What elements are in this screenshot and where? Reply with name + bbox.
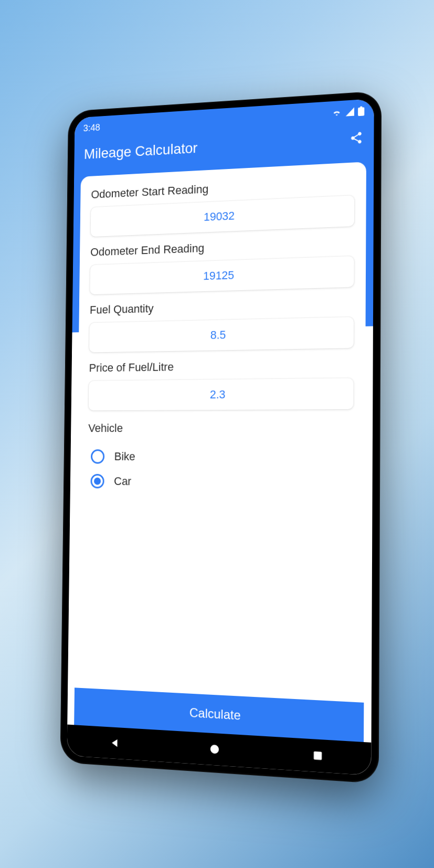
field-odo-start: Odometer Start Reading	[90, 175, 354, 237]
home-icon	[209, 743, 220, 756]
nav-home-button[interactable]	[199, 743, 230, 756]
fuel-qty-input[interactable]	[89, 317, 354, 353]
radio-icon	[90, 474, 104, 489]
svg-rect-3	[314, 751, 322, 760]
odo-start-input[interactable]	[90, 195, 354, 237]
app-title: Mileage Calculator	[83, 140, 197, 162]
odo-end-label: Odometer End Reading	[90, 236, 354, 259]
battery-icon	[358, 106, 364, 116]
screen: 3:48 Mileage Calculator Odometer Start R…	[67, 99, 374, 776]
back-icon	[110, 737, 121, 749]
status-time: 3:48	[83, 122, 100, 134]
wifi-icon	[331, 108, 342, 117]
radio-bike[interactable]: Bike	[88, 444, 353, 470]
phone-frame: 3:48 Mileage Calculator Odometer Start R…	[60, 91, 382, 784]
fuel-price-label: Price of Fuel/Litre	[89, 358, 353, 375]
radio-car[interactable]: Car	[87, 469, 353, 496]
svg-rect-0	[358, 107, 364, 116]
share-button[interactable]	[349, 131, 363, 147]
nav-back-button[interactable]	[100, 736, 130, 749]
radio-icon	[91, 449, 104, 463]
content-area: Odometer Start Reading Odometer End Read…	[67, 155, 374, 743]
signal-icon	[345, 107, 354, 116]
fuel-qty-label: Fuel Quantity	[89, 297, 353, 316]
field-fuel-qty: Fuel Quantity	[89, 297, 354, 352]
spacer	[85, 493, 353, 702]
vehicle-label: Vehicle	[88, 421, 353, 435]
odo-end-input[interactable]	[90, 256, 354, 294]
radio-car-label: Car	[114, 474, 131, 488]
status-icons	[331, 106, 364, 118]
field-fuel-price: Price of Fuel/Litre	[88, 358, 353, 411]
share-icon	[349, 131, 363, 145]
svg-point-2	[210, 745, 218, 754]
radio-bike-label: Bike	[114, 450, 135, 463]
recent-icon	[312, 750, 323, 761]
field-odo-end: Odometer End Reading	[90, 236, 354, 294]
nav-recent-button[interactable]	[302, 749, 334, 763]
vehicle-section: Vehicle Bike Car	[87, 421, 353, 496]
form-card: Odometer Start Reading Odometer End Read…	[74, 162, 366, 742]
fuel-price-input[interactable]	[88, 378, 353, 410]
